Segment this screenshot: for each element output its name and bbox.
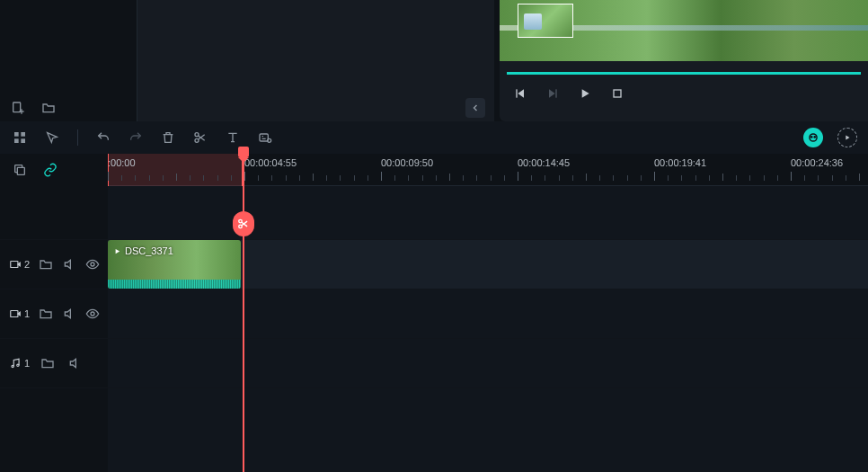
svg-rect-17 xyxy=(260,134,268,141)
apps-icon[interactable] xyxy=(11,129,29,147)
track-visibility-icon[interactable] xyxy=(85,255,100,273)
timeline-tracks: 2DSC_337111 xyxy=(0,186,868,472)
preview-video-frame xyxy=(500,0,868,61)
track-row: 1 xyxy=(0,289,868,339)
video-track-label: 2 xyxy=(9,258,30,271)
playhead[interactable] xyxy=(243,154,244,472)
svg-rect-12 xyxy=(21,138,25,143)
svg-marker-7 xyxy=(582,89,589,97)
ruler-timecode: 00:00:09:50 xyxy=(381,157,433,168)
svg-rect-6 xyxy=(555,89,556,97)
ruler-timecode: 00:00:19:41 xyxy=(654,157,706,168)
track-mute-icon[interactable] xyxy=(62,255,76,273)
track-folder-icon[interactable] xyxy=(39,305,53,323)
svg-rect-10 xyxy=(21,132,25,137)
track-visibility-icon[interactable] xyxy=(85,305,100,323)
svg-marker-3 xyxy=(518,89,524,97)
preview-thumbnail-outline xyxy=(518,4,573,38)
svg-rect-4 xyxy=(516,89,517,97)
svg-point-36 xyxy=(17,364,19,366)
clip-label: DSC_3371 xyxy=(113,245,173,256)
track-mute-icon[interactable] xyxy=(66,354,84,372)
collapse-panel-button[interactable] xyxy=(465,98,485,118)
track-body[interactable] xyxy=(108,289,868,338)
video-track-label: 1 xyxy=(9,307,30,320)
play-button[interactable] xyxy=(577,85,593,102)
new-folder-icon[interactable] xyxy=(40,99,58,117)
svg-point-20 xyxy=(811,137,812,138)
new-file-icon[interactable] xyxy=(9,99,27,117)
svg-rect-9 xyxy=(14,132,19,137)
timeline-toolbar xyxy=(0,121,868,154)
delete-button[interactable] xyxy=(159,129,177,147)
undo-button[interactable] xyxy=(94,129,112,147)
svg-marker-31 xyxy=(116,248,120,253)
track-head xyxy=(0,186,108,239)
svg-rect-8 xyxy=(614,90,621,97)
preview-progress-fill xyxy=(507,72,861,75)
svg-point-34 xyxy=(91,312,94,316)
next-frame-button[interactable] xyxy=(545,85,561,102)
svg-point-13 xyxy=(195,133,199,137)
link-toggle-icon[interactable] xyxy=(41,161,59,179)
stop-button[interactable] xyxy=(609,85,625,102)
track-body[interactable]: DSC_3371 xyxy=(108,240,868,289)
track-folder-icon[interactable] xyxy=(39,255,53,273)
render-button[interactable] xyxy=(837,128,857,147)
autocaption-button[interactable] xyxy=(256,129,274,147)
track-head: 1 xyxy=(0,289,108,338)
svg-rect-0 xyxy=(13,102,21,112)
svg-marker-5 xyxy=(549,89,555,97)
ai-assistant-button[interactable] xyxy=(803,128,823,147)
svg-point-21 xyxy=(814,137,815,138)
redo-button[interactable] xyxy=(127,129,145,147)
svg-point-30 xyxy=(91,263,94,266)
svg-point-25 xyxy=(239,225,243,228)
ruler-timecode: 00:00:24:36 xyxy=(791,157,843,168)
prev-frame-button[interactable] xyxy=(512,85,528,102)
svg-rect-11 xyxy=(14,138,19,143)
svg-rect-32 xyxy=(11,311,18,317)
cursor-icon[interactable] xyxy=(43,129,61,147)
split-button[interactable] xyxy=(191,129,209,147)
track-head: 1 xyxy=(0,339,108,387)
track-row: 1 xyxy=(0,339,868,388)
svg-marker-22 xyxy=(846,136,849,140)
svg-point-24 xyxy=(239,219,243,223)
svg-rect-23 xyxy=(17,167,24,174)
preview-panel xyxy=(500,0,868,121)
track-head: 2 xyxy=(0,240,108,289)
svg-point-14 xyxy=(195,138,199,142)
track-mute-icon[interactable] xyxy=(62,305,76,323)
track-body[interactable] xyxy=(108,186,868,239)
audio-track-label: 1 xyxy=(9,357,30,370)
copy-icon[interactable] xyxy=(11,161,29,179)
track-row xyxy=(0,186,868,240)
cut-at-playhead-button[interactable] xyxy=(233,211,254,236)
track-body[interactable] xyxy=(108,339,868,387)
preview-progress-bar[interactable] xyxy=(507,72,861,75)
clip-audio-waveform xyxy=(108,280,241,289)
ruler-timecode: 00:00:04:55 xyxy=(244,157,297,168)
svg-rect-28 xyxy=(11,262,18,268)
track-folder-icon[interactable] xyxy=(39,354,57,372)
svg-point-18 xyxy=(268,138,271,142)
playhead-handle[interactable] xyxy=(238,147,249,157)
project-panel xyxy=(0,0,494,121)
text-button[interactable] xyxy=(224,129,242,147)
ruler-timecode: 00:00:14:45 xyxy=(518,157,570,168)
timeline-ruler[interactable]: :00:0000:00:04:5500:00:09:5000:00:14:450… xyxy=(108,154,868,186)
video-clip[interactable]: DSC_3371 xyxy=(108,240,241,289)
track-row: 2DSC_3371 xyxy=(0,240,868,289)
ruler-timecode: :00:00 xyxy=(108,157,136,168)
svg-point-35 xyxy=(12,365,13,367)
